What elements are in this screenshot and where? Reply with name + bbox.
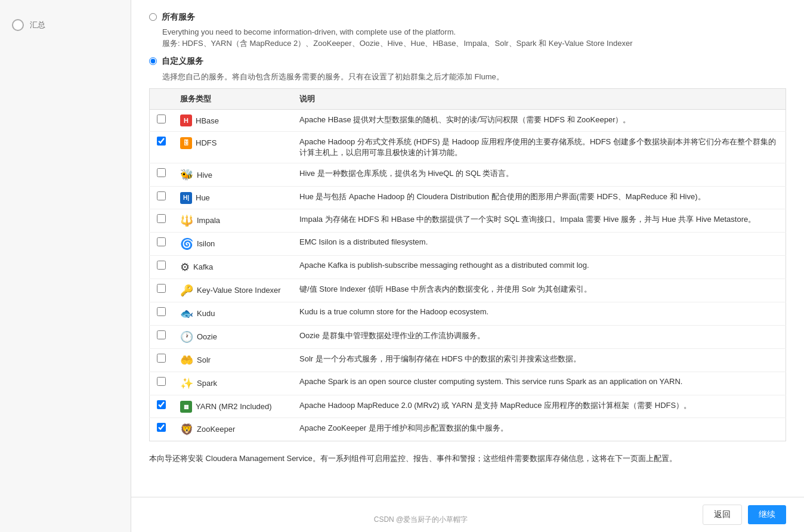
all-services-radio[interactable] — [149, 13, 157, 21]
service-name-label: Kudu — [197, 309, 215, 318]
service-desc-cell: Apache Hadoop MapReduce 2.0 (MRv2) 或 YAR… — [292, 395, 786, 417]
service-checkbox-cell[interactable] — [150, 302, 174, 325]
main-content: 所有服务 Everything you need to become infor… — [131, 0, 804, 532]
service-checkbox-impala[interactable] — [157, 214, 166, 223]
sidebar-item-label: 汇总 — [30, 20, 45, 30]
all-services-service-list: 服务: HDFS、YARN（含 MapReduce 2）、ZooKeeper、O… — [162, 38, 786, 49]
service-checkbox-cell[interactable] — [150, 163, 174, 187]
service-checkbox-kudu[interactable] — [157, 307, 166, 316]
service-icon: 🦁 — [180, 423, 193, 436]
service-desc-cell: Solr 是一个分布式服务，用于编制存储在 HDFS 中的数据的索引并搜索这些数… — [292, 348, 786, 372]
service-name-cell: 🌀 Isilon — [173, 232, 292, 255]
radio-group-all: 所有服务 Everything you need to become infor… — [149, 12, 786, 49]
service-name-label: HBase — [196, 116, 219, 125]
service-desc-cell: Apache HBase 提供对大型数据集的随机、实时的读/写访问权限（需要 H… — [292, 110, 786, 132]
service-icon: 🐟 — [180, 307, 193, 320]
service-name-label: Hive — [197, 171, 212, 180]
service-name-cell: 🔑 Key-Value Store Indexer — [173, 279, 292, 302]
service-table: 服务类型 说明 H HBase Apache HBase 提供对大型数据集的随机… — [149, 88, 786, 441]
service-icon: H| — [180, 191, 192, 204]
sidebar-item-summary[interactable]: 汇总 — [0, 12, 131, 38]
service-name-label: Impala — [197, 216, 220, 225]
service-checkbox-cell[interactable] — [150, 110, 174, 132]
service-name-cell: 🗄 HDFS — [173, 132, 292, 163]
service-checkbox-cell[interactable] — [150, 187, 174, 209]
table-row: H| Hue Hue 是与包括 Apache Hadoop 的 Cloudera… — [150, 187, 786, 209]
service-name-label: Isilon — [197, 239, 215, 248]
service-checkbox-kafka[interactable] — [157, 261, 166, 270]
service-checkbox-hdfs[interactable] — [157, 137, 166, 146]
all-services-desc: Everything you need to become informatio… — [162, 27, 786, 36]
service-name-cell: ▦ YARN (MR2 Included) — [173, 395, 292, 417]
service-desc-cell: Hive 是一种数据仓库系统，提供名为 HiveQL 的 SQL 类语言。 — [292, 163, 786, 187]
custom-services-desc: 选择您自己的服务。将自动包含所选服务需要的服务。只有在设置了初始群集之后才能添加… — [162, 72, 786, 82]
service-checkbox-cell[interactable] — [150, 279, 174, 302]
table-row: ▦ YARN (MR2 Included) Apache Hadoop MapR… — [150, 395, 786, 417]
service-desc-cell: Apache ZooKeeper 是用于维护和同步配置数据的集中服务。 — [292, 417, 786, 441]
service-checkbox-hbase[interactable] — [157, 115, 166, 123]
custom-services-option: 自定义服务 — [149, 56, 786, 67]
service-name-cell: 🐝 Hive — [173, 163, 292, 187]
service-checkbox-cell[interactable] — [150, 232, 174, 255]
custom-services-label[interactable]: 自定义服务 — [162, 56, 203, 67]
service-checkbox-cell[interactable] — [150, 209, 174, 232]
service-desc-cell: Apache Kafka is publish-subscribe messag… — [292, 255, 786, 279]
service-desc-cell: Apache Spark is an open source cluster c… — [292, 372, 786, 395]
service-icon: 🐝 — [180, 168, 193, 181]
custom-services-radio[interactable] — [149, 57, 157, 65]
service-icon: H — [180, 115, 192, 126]
service-name-cell: 🕐 Oozie — [173, 325, 292, 348]
service-checkbox-cell[interactable] — [150, 348, 174, 372]
service-checkbox-zookeeper[interactable] — [157, 423, 166, 432]
service-name-label: ZooKeeper — [197, 425, 235, 434]
service-desc-cell: EMC Isilon is a distributed filesystem. — [292, 232, 786, 255]
service-checkbox-key-value-store-indexer[interactable] — [157, 284, 166, 293]
table-row: 🕐 Oozie Oozie 是群集中管理数据处理作业的工作流协调服务。 — [150, 325, 786, 348]
service-checkbox-hue[interactable] — [157, 191, 166, 200]
next-button[interactable]: 继续 — [748, 505, 786, 524]
service-icon: 🔑 — [180, 284, 193, 297]
service-checkbox-hive[interactable] — [157, 168, 166, 177]
service-icon: 🔱 — [180, 214, 193, 227]
service-checkbox-cell[interactable] — [150, 255, 174, 279]
service-checkbox-cell[interactable] — [150, 132, 174, 163]
service-name-cell: ✨ Spark — [173, 372, 292, 395]
service-name-label: Key-Value Store Indexer — [197, 286, 281, 295]
service-name-label: Hue — [196, 193, 210, 202]
table-row: 🔱 Impala Impala 为存储在 HDFS 和 HBase 中的数据提供… — [150, 209, 786, 232]
service-name-label: Spark — [197, 379, 217, 388]
service-checkbox-spark[interactable] — [157, 377, 166, 386]
service-name-label: Oozie — [197, 332, 217, 341]
service-icon: ✨ — [180, 377, 193, 390]
service-name-cell: H HBase — [173, 110, 292, 132]
service-checkbox-solr[interactable] — [157, 354, 166, 363]
service-name-cell: 🦁 ZooKeeper — [173, 417, 292, 441]
prev-button[interactable]: 返回 — [703, 505, 742, 525]
service-checkbox-yarn-(mr2-included)[interactable] — [157, 400, 166, 409]
service-checkbox-cell[interactable] — [150, 372, 174, 395]
table-row: 🗄 HDFS Apache Hadoop 分布式文件系统 (HDFS) 是 Ha… — [150, 132, 786, 163]
service-desc-cell: Apache Hadoop 分布式文件系统 (HDFS) 是 Hadoop 应用… — [292, 132, 786, 163]
all-services-label[interactable]: 所有服务 — [162, 12, 195, 21]
service-checkbox-cell[interactable] — [150, 417, 174, 441]
service-checkbox-cell[interactable] — [150, 325, 174, 348]
service-icon: 🗄 — [180, 137, 192, 149]
service-desc-cell: Hue 是与包括 Apache Hadoop 的 Cloudera Distri… — [292, 187, 786, 209]
service-checkbox-cell[interactable] — [150, 395, 174, 417]
watermark: CSDN @爱当厨子的小草帽字 — [374, 515, 468, 525]
table-row: 🦁 ZooKeeper Apache ZooKeeper 是用于维护和同步配置数… — [150, 417, 786, 441]
table-header-desc: 说明 — [292, 89, 786, 110]
table-row: 🤲 Solr Solr 是一个分布式服务，用于编制存储在 HDFS 中的数据的索… — [150, 348, 786, 372]
service-icon: ▦ — [180, 400, 192, 413]
table-row: ✨ Spark Apache Spark is an open source c… — [150, 372, 786, 395]
bottom-bar: CSDN @爱当厨子的小草帽字 返回 继续 — [131, 497, 804, 532]
service-name-cell: 🔱 Impala — [173, 209, 292, 232]
table-row: ⚙ Kafka Apache Kafka is publish-subscrib… — [150, 255, 786, 279]
service-name-cell: 🐟 Kudu — [173, 302, 292, 325]
service-name-cell: H| Hue — [173, 187, 292, 209]
step-circle — [12, 19, 24, 31]
service-checkbox-isilon[interactable] — [157, 237, 166, 246]
service-icon: 🕐 — [180, 330, 193, 344]
service-checkbox-oozie[interactable] — [157, 330, 166, 339]
service-icon: 🤲 — [180, 354, 193, 367]
